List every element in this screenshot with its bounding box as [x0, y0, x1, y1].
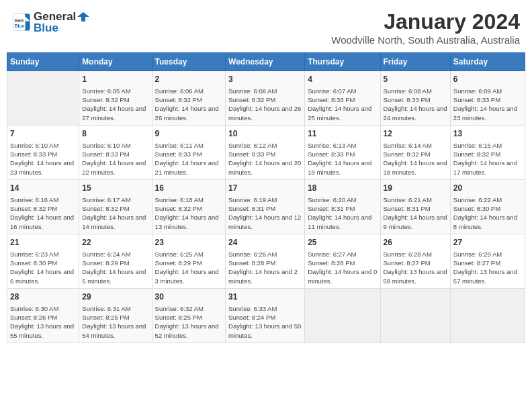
day-detail: Sunrise: 6:06 AMSunset: 8:32 PMDaylight:… [228, 87, 302, 122]
day-detail: Sunrise: 6:32 AMSunset: 8:25 PMDaylight:… [155, 304, 222, 340]
day-detail: Sunrise: 6:29 AMSunset: 8:27 PMDaylight:… [453, 250, 522, 285]
calendar-cell: 26Sunrise: 6:28 AMSunset: 8:27 PMDayligh… [380, 234, 450, 288]
day-number: 6 [453, 74, 522, 85]
calendar-cell: 21Sunrise: 6:23 AMSunset: 8:30 PMDayligh… [7, 234, 79, 288]
day-number: 19 [384, 183, 447, 194]
weekday-header: Tuesday [152, 53, 225, 71]
day-number: 18 [308, 183, 377, 194]
day-detail: Sunrise: 6:33 AMSunset: 8:24 PMDaylight:… [228, 304, 302, 340]
calendar-cell: 11Sunrise: 6:13 AMSunset: 8:33 PMDayligh… [305, 125, 380, 179]
calendar-cell: 28Sunrise: 6:30 AMSunset: 8:26 PMDayligh… [7, 288, 79, 342]
day-detail: Sunrise: 6:10 AMSunset: 8:33 PMDaylight:… [10, 141, 76, 177]
day-number: 3 [228, 74, 302, 85]
day-detail: Sunrise: 6:14 AMSunset: 8:32 PMDaylight:… [384, 141, 447, 177]
day-detail: Sunrise: 6:13 AMSunset: 8:33 PMDaylight:… [308, 141, 377, 177]
day-detail: Sunrise: 6:06 AMSunset: 8:32 PMDaylight:… [155, 87, 222, 122]
svg-text:Blue: Blue [15, 24, 25, 28]
logo-bird-icon [76, 9, 91, 24]
calendar-week-row: 21Sunrise: 6:23 AMSunset: 8:30 PMDayligh… [7, 234, 525, 288]
day-number: 10 [228, 128, 302, 140]
day-number: 4 [308, 74, 377, 85]
day-number: 9 [155, 128, 222, 140]
svg-marker-5 [77, 12, 89, 21]
month-title: January 2024 [331, 9, 520, 34]
day-detail: Sunrise: 6:15 AMSunset: 8:32 PMDaylight:… [453, 141, 522, 177]
calendar-cell: 14Sunrise: 6:16 AMSunset: 8:32 PMDayligh… [7, 179, 79, 234]
calendar-cell: 3Sunrise: 6:06 AMSunset: 8:32 PMDaylight… [226, 71, 305, 126]
day-detail: Sunrise: 6:27 AMSunset: 8:28 PMDaylight:… [308, 250, 377, 285]
day-number: 15 [82, 183, 148, 194]
day-detail: Sunrise: 6:16 AMSunset: 8:32 PMDaylight:… [10, 195, 76, 231]
day-detail: Sunrise: 6:12 AMSunset: 8:33 PMDaylight:… [228, 141, 302, 177]
day-detail: Sunrise: 6:09 AMSunset: 8:33 PMDaylight:… [453, 87, 522, 122]
calendar-cell: 5Sunrise: 6:08 AMSunset: 8:33 PMDaylight… [380, 71, 450, 126]
calendar-cell: 10Sunrise: 6:12 AMSunset: 8:33 PMDayligh… [226, 125, 305, 179]
calendar-cell: 22Sunrise: 6:24 AMSunset: 8:29 PMDayligh… [79, 234, 152, 288]
day-detail: Sunrise: 6:10 AMSunset: 8:33 PMDaylight:… [82, 141, 148, 177]
day-detail: Sunrise: 6:22 AMSunset: 8:30 PMDaylight:… [453, 195, 522, 231]
calendar-header-row: SundayMondayTuesdayWednesdayThursdayFrid… [7, 53, 525, 71]
day-number: 31 [228, 291, 302, 303]
day-detail: Sunrise: 6:18 AMSunset: 8:32 PMDaylight:… [155, 195, 222, 231]
page-header: Gen Blue General Blue January 2024 Woodv… [7, 7, 525, 48]
location-title: Woodville North, South Australia, Austra… [331, 34, 520, 46]
day-detail: Sunrise: 6:11 AMSunset: 8:33 PMDaylight:… [155, 141, 222, 177]
calendar-cell [7, 71, 79, 126]
calendar-cell: 30Sunrise: 6:32 AMSunset: 8:25 PMDayligh… [152, 288, 225, 342]
day-number: 25 [308, 237, 377, 248]
day-number: 24 [228, 237, 302, 248]
calendar-cell: 18Sunrise: 6:20 AMSunset: 8:31 PMDayligh… [305, 179, 380, 234]
day-number: 12 [384, 128, 447, 140]
logo: Gen Blue General Blue [12, 9, 91, 35]
day-detail: Sunrise: 6:28 AMSunset: 8:27 PMDaylight:… [384, 250, 447, 285]
calendar-week-row: 1Sunrise: 6:05 AMSunset: 8:32 PMDaylight… [7, 71, 525, 126]
day-detail: Sunrise: 6:19 AMSunset: 8:31 PMDaylight:… [228, 195, 302, 231]
calendar-cell: 2Sunrise: 6:06 AMSunset: 8:32 PMDaylight… [152, 71, 225, 126]
day-detail: Sunrise: 6:30 AMSunset: 8:26 PMDaylight:… [10, 304, 76, 340]
day-detail: Sunrise: 6:20 AMSunset: 8:31 PMDaylight:… [308, 195, 377, 231]
day-detail: Sunrise: 6:31 AMSunset: 8:25 PMDaylight:… [82, 304, 148, 340]
day-number: 20 [453, 183, 522, 194]
day-detail: Sunrise: 6:23 AMSunset: 8:30 PMDaylight:… [10, 250, 76, 285]
calendar-cell: 31Sunrise: 6:33 AMSunset: 8:24 PMDayligh… [226, 288, 305, 342]
day-number: 22 [82, 237, 148, 248]
day-number: 13 [453, 128, 522, 140]
day-number: 5 [384, 74, 447, 85]
calendar-cell: 17Sunrise: 6:19 AMSunset: 8:31 PMDayligh… [226, 179, 305, 234]
weekday-header: Saturday [450, 53, 525, 71]
day-number: 28 [10, 291, 76, 303]
day-detail: Sunrise: 6:24 AMSunset: 8:29 PMDaylight:… [82, 250, 148, 285]
weekday-header: Monday [79, 53, 152, 71]
title-block: January 2024 Woodville North, South Aust… [331, 9, 520, 46]
day-number: 1 [82, 74, 148, 85]
calendar-cell: 9Sunrise: 6:11 AMSunset: 8:33 PMDaylight… [152, 125, 225, 179]
day-number: 7 [10, 128, 76, 140]
day-number: 23 [155, 237, 222, 248]
calendar-cell: 29Sunrise: 6:31 AMSunset: 8:25 PMDayligh… [79, 288, 152, 342]
calendar-cell: 1Sunrise: 6:05 AMSunset: 8:32 PMDaylight… [79, 71, 152, 126]
day-number: 30 [155, 291, 222, 303]
day-number: 17 [228, 183, 302, 194]
svg-text:Gen: Gen [15, 18, 24, 23]
day-detail: Sunrise: 6:21 AMSunset: 8:31 PMDaylight:… [384, 195, 447, 231]
calendar-cell: 8Sunrise: 6:10 AMSunset: 8:33 PMDaylight… [79, 125, 152, 179]
weekday-header: Wednesday [226, 53, 305, 71]
day-number: 21 [10, 237, 76, 248]
day-detail: Sunrise: 6:17 AMSunset: 8:32 PMDaylight:… [82, 195, 148, 231]
calendar-cell: 4Sunrise: 6:07 AMSunset: 8:33 PMDaylight… [305, 71, 380, 126]
calendar-week-row: 7Sunrise: 6:10 AMSunset: 8:33 PMDaylight… [7, 125, 525, 179]
calendar-cell: 15Sunrise: 6:17 AMSunset: 8:32 PMDayligh… [79, 179, 152, 234]
day-detail: Sunrise: 6:07 AMSunset: 8:33 PMDaylight:… [308, 87, 377, 122]
calendar-cell [380, 288, 450, 342]
calendar-cell [305, 288, 380, 342]
calendar-table: SundayMondayTuesdayWednesdayThursdayFrid… [7, 52, 525, 343]
day-number: 11 [308, 128, 377, 140]
calendar-cell: 25Sunrise: 6:27 AMSunset: 8:28 PMDayligh… [305, 234, 380, 288]
day-detail: Sunrise: 6:08 AMSunset: 8:33 PMDaylight:… [384, 87, 447, 122]
day-number: 16 [155, 183, 222, 194]
calendar-cell: 16Sunrise: 6:18 AMSunset: 8:32 PMDayligh… [152, 179, 225, 234]
calendar-cell [450, 288, 525, 342]
calendar-week-row: 28Sunrise: 6:30 AMSunset: 8:26 PMDayligh… [7, 288, 525, 342]
day-number: 8 [82, 128, 148, 140]
calendar-cell: 24Sunrise: 6:26 AMSunset: 8:28 PMDayligh… [226, 234, 305, 288]
